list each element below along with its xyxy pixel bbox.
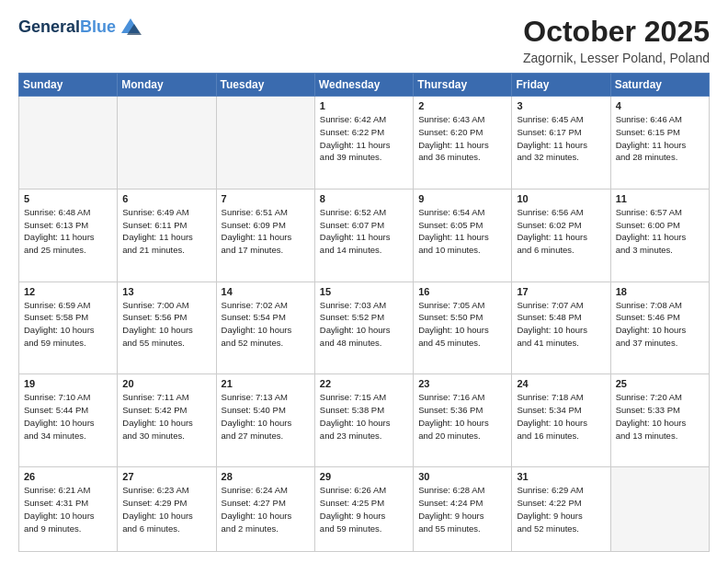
- day-number: 31: [517, 471, 605, 482]
- day-number: 14: [222, 286, 310, 297]
- day-number: 6: [122, 193, 210, 204]
- table-row: 6Sunrise: 6:49 AM Sunset: 6:11 PM Daylig…: [118, 189, 216, 282]
- weekday-header-row: Sunday Monday Tuesday Wednesday Thursday…: [19, 74, 710, 97]
- day-number: 25: [616, 378, 704, 389]
- day-info: Sunrise: 6:29 AM Sunset: 4:22 PM Dayligh…: [517, 484, 605, 534]
- title-block: October 2025 Zagornik, Lesser Poland, Po…: [523, 15, 710, 65]
- table-row: 15Sunrise: 7:03 AM Sunset: 5:52 PM Dayli…: [314, 282, 413, 374]
- day-number: 16: [418, 286, 506, 297]
- day-info: Sunrise: 7:10 AM Sunset: 5:44 PM Dayligh…: [24, 391, 112, 442]
- table-row: 18Sunrise: 7:08 AM Sunset: 5:46 PM Dayli…: [610, 282, 709, 374]
- day-info: Sunrise: 7:02 AM Sunset: 5:54 PM Dayligh…: [222, 299, 310, 350]
- header-thursday: Thursday: [414, 74, 512, 97]
- table-row: 1Sunrise: 6:42 AM Sunset: 6:22 PM Daylig…: [314, 97, 413, 190]
- day-info: Sunrise: 6:51 AM Sunset: 6:09 PM Dayligh…: [222, 206, 310, 257]
- day-info: Sunrise: 6:49 AM Sunset: 6:11 PM Dayligh…: [122, 206, 210, 257]
- header: GeneralBlue October 2025 Zagornik, Lesse…: [18, 15, 710, 65]
- day-number: 7: [222, 193, 310, 204]
- day-info: Sunrise: 6:26 AM Sunset: 4:25 PM Dayligh…: [320, 484, 408, 534]
- day-info: Sunrise: 7:16 AM Sunset: 5:36 PM Dayligh…: [418, 391, 506, 442]
- day-number: 9: [418, 193, 506, 204]
- logo-text: GeneralBlue: [18, 18, 116, 37]
- calendar-week-row: 1Sunrise: 6:42 AM Sunset: 6:22 PM Daylig…: [19, 97, 710, 190]
- day-info: Sunrise: 6:24 AM Sunset: 4:27 PM Dayligh…: [222, 484, 310, 534]
- day-info: Sunrise: 6:54 AM Sunset: 6:05 PM Dayligh…: [418, 206, 506, 257]
- table-row: 8Sunrise: 6:52 AM Sunset: 6:07 PM Daylig…: [314, 189, 413, 282]
- day-info: Sunrise: 7:11 AM Sunset: 5:42 PM Dayligh…: [122, 391, 210, 442]
- day-number: 4: [616, 100, 704, 111]
- header-saturday: Saturday: [610, 74, 709, 97]
- day-number: 20: [122, 378, 210, 389]
- table-row: 23Sunrise: 7:16 AM Sunset: 5:36 PM Dayli…: [414, 374, 512, 467]
- month-title: October 2025: [523, 15, 710, 49]
- day-number: 17: [517, 286, 605, 297]
- table-row: 14Sunrise: 7:02 AM Sunset: 5:54 PM Dayli…: [216, 282, 314, 374]
- calendar-week-row: 26Sunrise: 6:21 AM Sunset: 4:31 PM Dayli…: [19, 467, 710, 552]
- table-row: 2Sunrise: 6:43 AM Sunset: 6:20 PM Daylig…: [414, 97, 512, 190]
- table-row: 12Sunrise: 6:59 AM Sunset: 5:58 PM Dayli…: [19, 282, 118, 374]
- table-row: 17Sunrise: 7:07 AM Sunset: 5:48 PM Dayli…: [512, 282, 610, 374]
- day-number: 10: [517, 193, 605, 204]
- day-info: Sunrise: 7:03 AM Sunset: 5:52 PM Dayligh…: [320, 299, 408, 350]
- day-number: 23: [418, 378, 506, 389]
- table-row: [118, 97, 216, 190]
- table-row: 21Sunrise: 7:13 AM Sunset: 5:40 PM Dayli…: [216, 374, 314, 467]
- day-info: Sunrise: 6:52 AM Sunset: 6:07 PM Dayligh…: [320, 206, 408, 257]
- table-row: 5Sunrise: 6:48 AM Sunset: 6:13 PM Daylig…: [19, 189, 118, 282]
- calendar-week-row: 5Sunrise: 6:48 AM Sunset: 6:13 PM Daylig…: [19, 189, 710, 282]
- table-row: 13Sunrise: 7:00 AM Sunset: 5:56 PM Dayli…: [118, 282, 216, 374]
- calendar-table: Sunday Monday Tuesday Wednesday Thursday…: [18, 73, 710, 552]
- day-info: Sunrise: 6:43 AM Sunset: 6:20 PM Dayligh…: [418, 113, 506, 164]
- day-number: 8: [320, 193, 408, 204]
- table-row: 16Sunrise: 7:05 AM Sunset: 5:50 PM Dayli…: [414, 282, 512, 374]
- day-info: Sunrise: 6:57 AM Sunset: 6:00 PM Dayligh…: [616, 206, 704, 257]
- table-row: 10Sunrise: 6:56 AM Sunset: 6:02 PM Dayli…: [512, 189, 610, 282]
- day-number: 11: [616, 193, 704, 204]
- day-info: Sunrise: 6:59 AM Sunset: 5:58 PM Dayligh…: [24, 299, 112, 350]
- day-info: Sunrise: 6:46 AM Sunset: 6:15 PM Dayligh…: [616, 113, 704, 164]
- day-number: 3: [517, 100, 605, 111]
- table-row: 25Sunrise: 7:20 AM Sunset: 5:33 PM Dayli…: [610, 374, 709, 467]
- table-row: 20Sunrise: 7:11 AM Sunset: 5:42 PM Dayli…: [118, 374, 216, 467]
- table-row: 19Sunrise: 7:10 AM Sunset: 5:44 PM Dayli…: [19, 374, 118, 467]
- day-info: Sunrise: 7:20 AM Sunset: 5:33 PM Dayligh…: [616, 391, 704, 442]
- day-number: 15: [320, 286, 408, 297]
- day-number: 21: [222, 378, 310, 389]
- day-info: Sunrise: 7:07 AM Sunset: 5:48 PM Dayligh…: [517, 299, 605, 350]
- day-info: Sunrise: 7:15 AM Sunset: 5:38 PM Dayligh…: [320, 391, 408, 442]
- day-info: Sunrise: 7:13 AM Sunset: 5:40 PM Dayligh…: [222, 391, 310, 442]
- day-info: Sunrise: 7:00 AM Sunset: 5:56 PM Dayligh…: [122, 299, 210, 350]
- table-row: 27Sunrise: 6:23 AM Sunset: 4:29 PM Dayli…: [118, 467, 216, 552]
- day-number: 13: [122, 286, 210, 297]
- day-info: Sunrise: 6:45 AM Sunset: 6:17 PM Dayligh…: [517, 113, 605, 164]
- day-number: 26: [24, 471, 112, 482]
- table-row: [610, 467, 709, 552]
- header-sunday: Sunday: [19, 74, 118, 97]
- day-info: Sunrise: 7:18 AM Sunset: 5:34 PM Dayligh…: [517, 391, 605, 442]
- table-row: [216, 97, 314, 190]
- table-row: 26Sunrise: 6:21 AM Sunset: 4:31 PM Dayli…: [19, 467, 118, 552]
- table-row: 9Sunrise: 6:54 AM Sunset: 6:05 PM Daylig…: [414, 189, 512, 282]
- table-row: 29Sunrise: 6:26 AM Sunset: 4:25 PM Dayli…: [314, 467, 413, 552]
- day-number: 29: [320, 471, 408, 482]
- day-number: 27: [122, 471, 210, 482]
- day-number: 2: [418, 100, 506, 111]
- table-row: [19, 97, 118, 190]
- logo-icon: [118, 15, 143, 40]
- table-row: 22Sunrise: 7:15 AM Sunset: 5:38 PM Dayli…: [314, 374, 413, 467]
- day-number: 22: [320, 378, 408, 389]
- table-row: 3Sunrise: 6:45 AM Sunset: 6:17 PM Daylig…: [512, 97, 610, 190]
- day-info: Sunrise: 6:56 AM Sunset: 6:02 PM Dayligh…: [517, 206, 605, 257]
- day-info: Sunrise: 6:28 AM Sunset: 4:24 PM Dayligh…: [418, 484, 506, 534]
- table-row: 24Sunrise: 7:18 AM Sunset: 5:34 PM Dayli…: [512, 374, 610, 467]
- header-tuesday: Tuesday: [216, 74, 314, 97]
- day-info: Sunrise: 7:08 AM Sunset: 5:46 PM Dayligh…: [616, 299, 704, 350]
- day-number: 30: [418, 471, 506, 482]
- table-row: 30Sunrise: 6:28 AM Sunset: 4:24 PM Dayli…: [414, 467, 512, 552]
- table-row: 4Sunrise: 6:46 AM Sunset: 6:15 PM Daylig…: [610, 97, 709, 190]
- table-row: 11Sunrise: 6:57 AM Sunset: 6:00 PM Dayli…: [610, 189, 709, 282]
- day-info: Sunrise: 6:42 AM Sunset: 6:22 PM Dayligh…: [320, 113, 408, 164]
- day-info: Sunrise: 6:21 AM Sunset: 4:31 PM Dayligh…: [24, 484, 112, 534]
- day-number: 24: [517, 378, 605, 389]
- table-row: 28Sunrise: 6:24 AM Sunset: 4:27 PM Dayli…: [216, 467, 314, 552]
